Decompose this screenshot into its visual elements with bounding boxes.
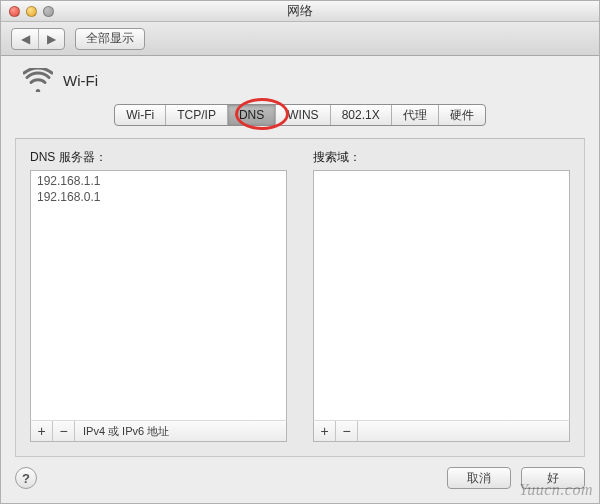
tab-dns[interactable]: DNS — [227, 105, 275, 125]
add-dns-button[interactable]: + — [31, 421, 53, 441]
ok-button[interactable]: 好 — [521, 467, 585, 489]
window-title: 网络 — [1, 2, 599, 20]
tab-8021x[interactable]: 802.1X — [330, 105, 391, 125]
dns-servers-label: DNS 服务器： — [30, 149, 287, 166]
list-item[interactable]: 192.168.1.1 — [37, 173, 280, 189]
interface-header: Wi-Fi — [23, 68, 585, 92]
tab-bar: Wi-FiTCP/IPDNSWINS802.1X代理硬件 — [114, 104, 485, 126]
interface-name: Wi-Fi — [63, 72, 98, 89]
titlebar: 网络 — [1, 1, 599, 22]
chevron-left-icon: ◀ — [21, 32, 30, 46]
dns-servers-list[interactable]: 192.168.1.1192.168.0.1 — [30, 170, 287, 421]
tab-[interactable]: 代理 — [391, 105, 438, 125]
network-prefs-window: 网络 ◀ ▶ 全部显示 Wi-Fi — [0, 0, 600, 504]
tab-wins[interactable]: WINS — [275, 105, 329, 125]
search-domains-column: 搜索域： + − — [313, 149, 570, 442]
dns-servers-column: DNS 服务器： 192.168.1.1192.168.0.1 + − IPv4… — [30, 149, 287, 442]
action-row: ? 取消 好 — [15, 467, 585, 489]
back-button[interactable]: ◀ — [12, 29, 38, 49]
dns-footnote: IPv4 或 IPv6 地址 — [75, 424, 169, 439]
tab-bar-wrap: Wi-FiTCP/IPDNSWINS802.1X代理硬件 — [15, 104, 585, 126]
content-area: Wi-Fi Wi-FiTCP/IPDNSWINS802.1X代理硬件 DNS 服… — [1, 56, 599, 503]
remove-search-button[interactable]: − — [336, 421, 358, 441]
dns-servers-footer: + − IPv4 或 IPv6 地址 — [30, 420, 287, 442]
tab-wifi[interactable]: Wi-Fi — [115, 105, 165, 125]
wifi-icon — [23, 68, 53, 92]
add-search-button[interactable]: + — [314, 421, 336, 441]
toolbar: ◀ ▶ 全部显示 — [1, 22, 599, 56]
cancel-button[interactable]: 取消 — [447, 467, 511, 489]
list-item[interactable]: 192.168.0.1 — [37, 189, 280, 205]
tab-[interactable]: 硬件 — [438, 105, 485, 125]
chevron-right-icon: ▶ — [47, 32, 56, 46]
remove-dns-button[interactable]: − — [53, 421, 75, 441]
tab-tcpip[interactable]: TCP/IP — [165, 105, 227, 125]
search-domains-label: 搜索域： — [313, 149, 570, 166]
dns-settings-box: DNS 服务器： 192.168.1.1192.168.0.1 + − IPv4… — [15, 138, 585, 457]
show-all-button[interactable]: 全部显示 — [75, 28, 145, 50]
columns: DNS 服务器： 192.168.1.1192.168.0.1 + − IPv4… — [30, 149, 570, 442]
nav-segmented: ◀ ▶ — [11, 28, 65, 50]
search-domains-list[interactable] — [313, 170, 570, 421]
help-button[interactable]: ? — [15, 467, 37, 489]
forward-button[interactable]: ▶ — [38, 29, 64, 49]
search-domains-footer: + − — [313, 420, 570, 442]
